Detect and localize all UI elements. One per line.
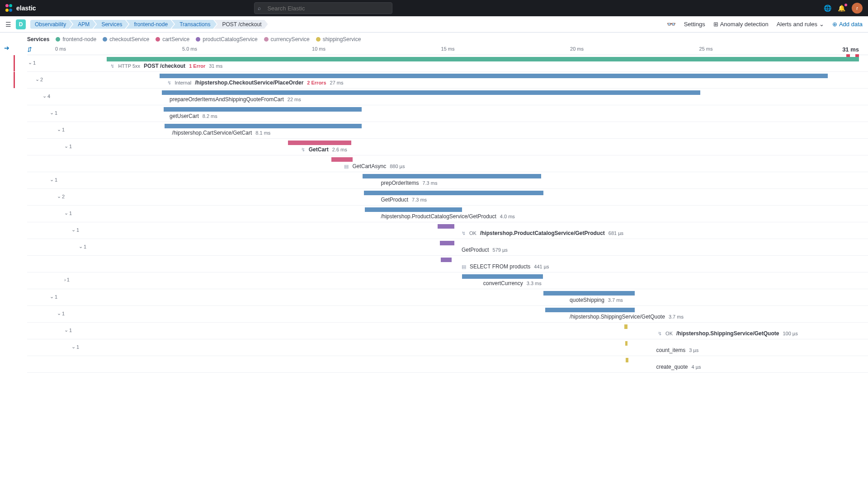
database-icon: ▤: [344, 164, 349, 169]
notifications-icon[interactable]: 🔔: [838, 5, 845, 12]
span-bar[interactable]: [438, 224, 454, 229]
span-row[interactable]: ▤SELECT FROM products441 µs: [27, 256, 868, 272]
span-bar[interactable]: [624, 324, 627, 329]
span-row[interactable]: ⌄ 1↯OK/hipstershop.ShippingService/GetQu…: [27, 323, 868, 339]
span-name: convertCurrency: [483, 280, 523, 286]
span-row[interactable]: ⌄ 1↯HTTP 5xxPOST /checkout1 Error31 ms: [27, 55, 868, 72]
legend-item[interactable]: checkoutService: [103, 36, 149, 42]
span-bar[interactable]: [440, 241, 454, 245]
span-duration: 8.1 ms: [255, 130, 270, 136]
breadcrumb-item[interactable]: APM: [70, 20, 96, 29]
span-row[interactable]: › 1convertCurrency3.3 ms: [27, 272, 868, 289]
subbar-actions: 👓 Settings ⊞Anomaly detection Alerts and…: [667, 20, 863, 28]
breadcrumb-item[interactable]: Services: [93, 20, 128, 29]
span-row[interactable]: ⌄ 1/hipstershop.ShippingService/GetQuote…: [27, 306, 868, 323]
span-bar[interactable]: [543, 291, 634, 296]
span-name: /hipstershop.CheckoutService/PlaceOrder: [195, 80, 303, 86]
span-name: prepareOrderItemsAndShippingQuoteFromCar…: [170, 96, 284, 103]
elastic-logo[interactable]: elastic: [5, 4, 36, 12]
chevron-down-icon[interactable]: ⌄ 1: [50, 110, 57, 116]
legend-item[interactable]: cartService: [156, 36, 189, 42]
span-name: /hipstershop.ShippingService/GetQuote: [570, 314, 665, 320]
breadcrumb-item[interactable]: Observability: [30, 20, 72, 29]
span-row[interactable]: ⌄ 1/hipstershop.CartService/GetCart8.1 m…: [27, 122, 868, 139]
chevron-down-icon[interactable]: ⌄ 1: [50, 294, 57, 300]
space-badge[interactable]: D: [16, 19, 26, 29]
legend-item[interactable]: productCatalogService: [196, 36, 257, 42]
span-bar[interactable]: [160, 74, 828, 78]
chevron-down-icon[interactable]: ⌄ 1: [50, 177, 57, 183]
anomaly-link[interactable]: ⊞Anomaly detection: [713, 21, 769, 28]
span-bar[interactable]: [441, 258, 452, 262]
span-duration: 4 µs: [692, 364, 701, 370]
span-bar[interactable]: [364, 191, 543, 195]
span-bar[interactable]: [107, 57, 859, 61]
span-row[interactable]: ⌄ 1↯OK/hipstershop.ProductCatalogService…: [27, 222, 868, 239]
span-name: count_items: [656, 347, 685, 353]
chevron-down-icon[interactable]: ⌄ 2: [35, 76, 43, 82]
span-row[interactable]: ⌄ 2GetProduct7.3 ms: [27, 189, 868, 206]
alerts-dropdown[interactable]: Alerts and rules ⌄: [777, 21, 824, 28]
span-row[interactable]: ▤GetCartAsync880 µs: [27, 155, 868, 172]
add-data-link[interactable]: ⊕ Add data: [832, 21, 863, 28]
axis-tick: 0 ms: [55, 46, 66, 52]
database-icon: ▤: [462, 264, 466, 270]
span-bar[interactable]: [626, 358, 628, 362]
span-name: getUserCart: [170, 113, 199, 119]
span-bar[interactable]: [462, 274, 542, 279]
span-bar[interactable]: [625, 341, 627, 346]
span-row[interactable]: ⌄ 1quoteShipping3.7 ms: [27, 289, 868, 306]
span-prefix: OK: [469, 230, 476, 236]
chevron-down-icon[interactable]: ⌄ 4: [42, 93, 50, 99]
span-duration: 31 ms: [209, 63, 222, 69]
span-name: prepOrderItems: [381, 180, 419, 186]
user-avatar[interactable]: r: [852, 3, 863, 14]
axis-tick: 10 ms: [312, 46, 326, 52]
span-bar[interactable]: [288, 141, 351, 145]
span-bar[interactable]: [165, 124, 362, 128]
span-duration: 8.2 ms: [203, 113, 217, 119]
span-row[interactable]: ⌄ 1/hipstershop.ProductCatalogService/Ge…: [27, 206, 868, 222]
span-bar[interactable]: [162, 90, 700, 95]
span-prefix: HTTP 5xx: [118, 63, 140, 69]
span-row[interactable]: ⌄ 1prepOrderItems7.3 ms: [27, 172, 868, 189]
span-rows: ⌄ 1↯HTTP 5xxPOST /checkout1 Error31 ms⌄ …: [27, 55, 868, 373]
span-row[interactable]: ⌄ 4prepareOrderItemsAndShippingQuoteFrom…: [27, 89, 868, 105]
trace-panel: Services frontend-nodecheckoutServicecar…: [14, 33, 868, 373]
span-row[interactable]: ⌄ 1GetProduct579 µs: [27, 239, 868, 256]
span-row[interactable]: ⌄ 1count_items3 µs: [27, 339, 868, 356]
span-row[interactable]: ⌄ 2↯Internal/hipstershop.CheckoutService…: [27, 72, 868, 89]
legend-item[interactable]: frontend-node: [56, 36, 96, 42]
breadcrumb-item[interactable]: frontend-node: [126, 20, 174, 29]
span-name: GetCartAsync: [352, 163, 386, 169]
collapse-rail[interactable]: ➔: [0, 33, 14, 52]
chevron-down-icon[interactable]: ⌄ 1: [28, 60, 36, 66]
globe-icon[interactable]: 🌐: [824, 5, 831, 12]
hamburger-icon[interactable]: ☰: [5, 21, 11, 28]
span-name: SELECT FROM products: [470, 263, 530, 270]
span-bar[interactable]: [363, 174, 542, 178]
axis-expand-icon[interactable]: ⇵: [27, 46, 32, 53]
span-duration: 3.7 ms: [608, 297, 623, 303]
span-row[interactable]: ⌄ 1getUserCart8.2 ms: [27, 105, 868, 122]
legend-item[interactable]: shippingService: [316, 36, 361, 42]
settings-link[interactable]: Settings: [684, 21, 705, 28]
ml-icon: ⊞: [713, 21, 718, 28]
span-row[interactable]: ⌄ 1↯GetCart2.6 ms: [27, 139, 868, 155]
span-bar[interactable]: [545, 308, 635, 312]
brand-text: elastic: [16, 5, 36, 12]
span-bar[interactable]: [164, 107, 362, 112]
chevron-down-icon: ⌄: [819, 21, 824, 28]
legend-item[interactable]: currencyService: [264, 36, 310, 42]
error-badge: 2 Errors: [307, 80, 326, 85]
span-row[interactable]: create_quote4 µs: [27, 356, 868, 373]
span-duration: 3 µs: [689, 347, 698, 353]
span-bar[interactable]: [331, 157, 353, 162]
span-name: /hipstershop.ShippingService/GetQuote: [676, 330, 779, 337]
inspect-icon[interactable]: 👓: [667, 20, 676, 28]
search-input[interactable]: [254, 2, 392, 14]
legend-title: Services: [27, 36, 49, 42]
breadcrumb-item: POST /checkout: [214, 20, 268, 29]
breadcrumb-item[interactable]: Transactions: [171, 20, 217, 29]
span-bar[interactable]: [365, 207, 462, 212]
